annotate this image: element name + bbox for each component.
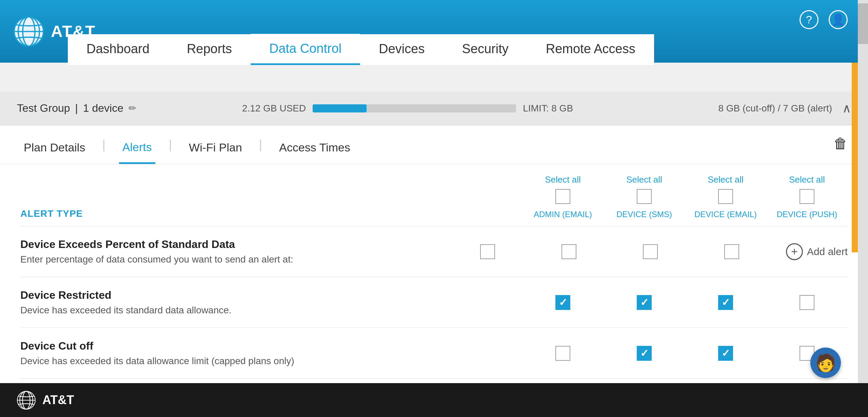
col-label-device-email: DEVICE (EMAIL) [694,210,757,219]
nav-item-security[interactable]: Security [443,34,527,65]
tab-sep-3: | [259,138,262,160]
checkbox-cell-dr-push [766,295,848,310]
nav-item-remote-access[interactable]: Remote Access [527,34,654,65]
checkbox-dr-admin-email[interactable] [555,295,570,310]
checkbox-cell-ep-sms [528,244,610,259]
delete-icon[interactable]: 🗑 [833,135,848,152]
alert-desc-exceeds-percent: Enter percentage of data consumed you wa… [20,254,447,265]
nav-item-devices[interactable]: Devices [360,34,443,65]
cutoff-info: 8 GB (cut-off) / 7 GB (alert) [663,103,832,114]
user-icon[interactable]: 👤 [829,10,848,29]
alert-title-device-cutoff: Device Cut off [20,340,522,352]
select-all-device-push[interactable]: Select all [789,174,825,185]
group-info: Test Group | 1 device ✏ [17,102,153,114]
col-label-device-push: DEVICE (PUSH) [777,210,837,219]
alert-info-device-restricted: Device Restricted Device has exceeded it… [20,289,522,316]
alert-type-label: ALERT TYPE [20,208,83,219]
tab-sep-2: | [169,138,172,160]
alert-row-device-cutoff: Device Cut off Device has exceeded its d… [20,328,848,379]
checkbox-cell-ep-admin [447,244,528,259]
nav-item-reports[interactable]: Reports [168,34,251,65]
checkbox-cell-dr-sms [604,295,685,310]
col-device-push: Select all DEVICE (PUSH) [766,174,848,219]
separator: | [75,102,78,114]
select-all-device-sms[interactable]: Select all [626,174,662,185]
scrollbar-track[interactable] [858,0,868,417]
checkbox-dr-device-sms[interactable] [637,295,652,310]
checkbox-cell-dr-email [685,295,766,310]
add-alert-label: Add alert [807,246,848,257]
header-icons: ? 👤 [800,10,848,29]
collapse-button[interactable]: ∧ [842,101,851,116]
tab-sep-1: | [102,138,105,160]
alert-info-exceeds-percent: Device Exceeds Percent of Standard Data … [20,238,447,265]
checkbox-cell-ep-push [691,244,772,259]
main-content: Plan Details | Alerts | Wi-Fi Plan | Acc… [0,125,868,403]
edit-icon[interactable]: ✏ [129,103,136,114]
chat-bubble-button[interactable]: 🧑 [810,348,841,378]
device-count: 1 device [83,102,123,114]
checkbox-ep-device-push[interactable] [724,244,739,259]
col-label-admin-email: ADMIN (EMAIL) [534,210,592,219]
col-device-sms: Select all DEVICE (SMS) [604,174,685,219]
subheader-bar: Test Group | 1 device ✏ 2.12 GB USED LIM… [0,91,868,125]
alert-checkboxes-device-cutoff [522,346,848,361]
alert-row-exceeds-percent: Device Exceeds Percent of Standard Data … [20,226,848,277]
add-alert-button[interactable]: + Add alert [786,243,848,260]
alert-desc-device-restricted: Device has exceeded its standard data al… [20,305,522,316]
select-all-admin-email[interactable]: Select all [545,174,581,185]
alert-desc-device-cutoff: Device has exceeded its data allowance l… [20,356,522,367]
footer-logo: AT&T [17,391,74,410]
footer-brand-text: AT&T [42,393,74,407]
tab-bar: Plan Details | Alerts | Wi-Fi Plan | Acc… [0,125,868,164]
alerts-header: ALERT TYPE Select all ADMIN (EMAIL) Sele… [20,164,848,226]
alert-info-device-cutoff: Device Cut off Device has exceeded its d… [20,340,522,367]
checkbox-cell-dc-email [685,346,766,361]
att-globe-logo [14,16,44,47]
select-all-device-email[interactable]: Select all [708,174,744,185]
checkbox-columns: Select all ADMIN (EMAIL) Select all DEVI… [522,174,848,219]
app-header: AT&T Dashboard Reports Data Control Devi… [0,0,868,63]
alerts-table: ALERT TYPE Select all ADMIN (EMAIL) Sele… [0,164,868,403]
nav-item-dashboard[interactable]: Dashboard [68,34,168,65]
group-name: Test Group [17,102,70,114]
checkbox-dr-device-email[interactable] [718,295,733,310]
select-all-checkbox-device-sms[interactable] [637,189,652,204]
checkbox-ep-device-sms[interactable] [561,244,576,259]
main-nav: Dashboard Reports Data Control Devices S… [68,34,868,65]
scrollbar-thumb[interactable] [858,3,868,44]
checkbox-dc-device-sms[interactable] [637,346,652,361]
yellow-scroll-indicator[interactable] [852,63,858,252]
alert-checkboxes-exceeds-percent [447,244,772,259]
checkbox-cell-dc-admin [522,346,604,361]
alert-title-exceeds-percent: Device Exceeds Percent of Standard Data [20,238,447,251]
checkbox-dc-device-email[interactable] [718,346,733,361]
alert-title-device-restricted: Device Restricted [20,289,522,301]
col-admin-email: Select all ADMIN (EMAIL) [522,174,604,219]
tab-wifi-plan[interactable]: Wi-Fi Plan [185,134,245,164]
help-icon[interactable]: ? [800,10,818,29]
select-all-checkbox-device-email[interactable] [718,189,733,204]
select-all-checkbox-device-push[interactable] [800,189,814,204]
footer-globe-icon [17,391,36,410]
alert-type-column: ALERT TYPE [20,208,522,219]
col-label-device-sms: DEVICE (SMS) [616,210,672,219]
footer: AT&T [0,383,868,417]
select-all-checkbox-admin-email[interactable] [555,189,570,204]
checkbox-cell-ep-email [610,244,691,259]
checkbox-ep-admin-email[interactable] [480,244,495,259]
checkbox-ep-device-email[interactable] [643,244,658,259]
checkbox-cell-dc-sms [604,346,685,361]
tab-alerts[interactable]: Alerts [119,134,155,164]
tab-access-times[interactable]: Access Times [276,134,354,164]
progress-bar-fill [313,104,367,112]
checkbox-dc-admin-email[interactable] [555,346,570,361]
checkbox-cell-dr-admin [522,295,604,310]
chat-avatar-icon: 🧑 [815,353,836,373]
col-device-email: Select all DEVICE (EMAIL) [685,174,766,219]
tab-plan-details[interactable]: Plan Details [20,134,88,164]
alert-checkboxes-device-restricted [522,295,848,310]
nav-item-data-control[interactable]: Data Control [251,34,360,65]
add-alert-circle-icon: + [786,243,803,260]
checkbox-dr-device-push[interactable] [800,295,814,310]
